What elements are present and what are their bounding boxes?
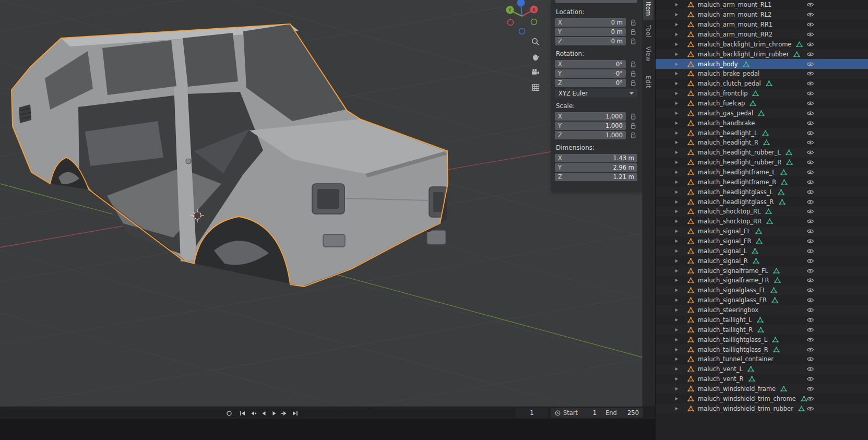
hide-in-viewport-eye-icon[interactable] bbox=[806, 12, 814, 18]
sidebar-tab-edit[interactable]: Edit bbox=[643, 72, 653, 92]
hide-in-viewport-eye-icon[interactable] bbox=[806, 160, 814, 165]
lock-icon[interactable] bbox=[626, 29, 637, 35]
lock-icon[interactable] bbox=[626, 70, 637, 77]
hide-in-viewport-eye-icon[interactable] bbox=[806, 366, 814, 372]
expand-arrow-icon[interactable] bbox=[675, 102, 678, 105]
expand-arrow-icon[interactable] bbox=[675, 397, 678, 400]
outliner-item-maluch_headlight_L[interactable]: maluch_headlight_L bbox=[656, 128, 868, 138]
play-button[interactable] bbox=[269, 409, 278, 418]
location-z-field[interactable]: Z0 m bbox=[555, 37, 626, 45]
outliner-item-maluch_signalframe_FR[interactable]: maluch_signalframe_FR bbox=[656, 276, 868, 286]
outliner-item-maluch_windshield_trim_rubber[interactable]: maluch_windshield_trim_rubber bbox=[656, 403, 868, 413]
hide-in-viewport-eye-icon[interactable] bbox=[806, 22, 814, 28]
outliner-item-maluch_headlightframe_R[interactable]: maluch_headlightframe_R bbox=[656, 177, 868, 187]
expand-arrow-icon[interactable] bbox=[675, 43, 678, 46]
lock-icon[interactable] bbox=[626, 80, 637, 87]
expand-arrow-icon[interactable] bbox=[675, 328, 678, 331]
outliner-item-maluch_body[interactable]: maluch_body bbox=[656, 59, 868, 69]
outliner-item-maluch_shocktop_RL[interactable]: maluch_shocktop_RL bbox=[656, 207, 868, 217]
hide-in-viewport-eye-icon[interactable] bbox=[806, 317, 814, 323]
rotation-mode-dropdown[interactable]: XYZ Euler bbox=[555, 89, 637, 98]
expand-arrow-icon[interactable] bbox=[675, 171, 678, 174]
dimensions-y-field[interactable]: Y2.96 m bbox=[555, 163, 637, 172]
outliner-item-maluch_taillight_R[interactable]: maluch_taillight_R bbox=[656, 325, 868, 335]
hide-in-viewport-eye-icon[interactable] bbox=[806, 110, 814, 116]
outliner-item-maluch_vent_L[interactable]: maluch_vent_L bbox=[656, 364, 868, 374]
3d-viewport[interactable]: Y X Location: X0 mY0 mZ0 m bbox=[0, 0, 655, 407]
rotation-x-field[interactable]: X0° bbox=[555, 60, 626, 68]
sidebar-tab-tool[interactable]: Tool bbox=[643, 21, 653, 42]
outliner-item-maluch_arm_mount_RR2[interactable]: maluch_arm_mount_RR2 bbox=[656, 30, 868, 40]
outliner-item-maluch_steeringbox[interactable]: maluch_steeringbox bbox=[656, 305, 868, 315]
expand-arrow-icon[interactable] bbox=[675, 367, 678, 371]
expand-arrow-icon[interactable] bbox=[675, 240, 678, 243]
sidebar-tab-view[interactable]: View bbox=[643, 42, 653, 66]
outliner-item-maluch_taillightglass_R[interactable]: maluch_taillightglass_R bbox=[656, 344, 868, 354]
rotation-y-field[interactable]: Y-0° bbox=[555, 69, 626, 78]
lock-icon[interactable] bbox=[626, 113, 637, 120]
jump-to-end-button[interactable] bbox=[290, 409, 299, 418]
outliner-item-maluch_taillight_L[interactable]: maluch_taillight_L bbox=[656, 315, 868, 325]
outliner-item-maluch_frontclip[interactable]: maluch_frontclip bbox=[656, 89, 868, 99]
hide-in-viewport-eye-icon[interactable] bbox=[806, 376, 814, 382]
outliner-item-maluch_signalframe_FL[interactable]: maluch_signalframe_FL bbox=[656, 266, 868, 276]
expand-arrow-icon[interactable] bbox=[675, 407, 678, 410]
expand-arrow-icon[interactable] bbox=[675, 53, 678, 56]
hide-in-viewport-eye-icon[interactable] bbox=[806, 61, 814, 67]
hide-in-viewport-eye-icon[interactable] bbox=[806, 41, 814, 47]
hide-in-viewport-eye-icon[interactable] bbox=[806, 130, 814, 136]
timeline-track-area[interactable] bbox=[0, 420, 655, 440]
jump-to-start-button[interactable] bbox=[238, 409, 247, 418]
expand-arrow-icon[interactable] bbox=[675, 3, 678, 6]
dimensions-z-field[interactable]: Z1.21 m bbox=[555, 173, 637, 181]
hide-in-viewport-eye-icon[interactable] bbox=[806, 120, 814, 126]
outliner-item-maluch_arm_mount_RR1[interactable]: maluch_arm_mount_RR1 bbox=[656, 20, 868, 30]
play-reverse-button[interactable] bbox=[259, 409, 268, 418]
dimensions-x-field[interactable]: X1.43 m bbox=[555, 154, 637, 162]
hide-in-viewport-eye-icon[interactable] bbox=[806, 189, 814, 195]
hide-in-viewport-eye-icon[interactable] bbox=[806, 248, 814, 254]
lock-icon[interactable] bbox=[626, 19, 637, 26]
expand-arrow-icon[interactable] bbox=[675, 112, 678, 115]
outliner-item-maluch_vent_R[interactable]: maluch_vent_R bbox=[656, 374, 868, 384]
outliner-item-maluch_headlightframe_L[interactable]: maluch_headlightframe_L bbox=[656, 168, 868, 177]
hide-in-viewport-eye-icon[interactable] bbox=[806, 347, 814, 352]
scale-x-field[interactable]: X1.000 bbox=[555, 112, 626, 121]
expand-arrow-icon[interactable] bbox=[675, 92, 678, 95]
expand-arrow-icon[interactable] bbox=[675, 210, 678, 213]
outliner-item-maluch_headlight_rubber_R[interactable]: maluch_headlight_rubber_R bbox=[656, 158, 868, 168]
outliner-item-maluch_arm_mount_RL1[interactable]: maluch_arm_mount_RL1 bbox=[656, 0, 868, 10]
hide-in-viewport-eye-icon[interactable] bbox=[806, 140, 814, 146]
hide-in-viewport-eye-icon[interactable] bbox=[806, 356, 814, 362]
expand-arrow-icon[interactable] bbox=[675, 289, 678, 292]
outliner-item-maluch_clutch_pedal[interactable]: maluch_clutch_pedal bbox=[656, 79, 868, 89]
hide-in-viewport-eye-icon[interactable] bbox=[806, 91, 814, 97]
expand-arrow-icon[interactable] bbox=[675, 220, 678, 223]
move-view-hand-icon[interactable] bbox=[530, 53, 541, 61]
outliner-item-maluch_backlight_trim_chrome[interactable]: maluch_backlight_trim_chrome bbox=[656, 39, 868, 49]
location-x-field[interactable]: X0 m bbox=[555, 18, 626, 27]
hide-in-viewport-eye-icon[interactable] bbox=[806, 386, 814, 391]
hide-in-viewport-eye-icon[interactable] bbox=[806, 81, 814, 87]
scale-y-field[interactable]: Y1.000 bbox=[555, 122, 626, 130]
current-frame-field[interactable]: 1 bbox=[516, 408, 548, 418]
hide-in-viewport-eye-icon[interactable] bbox=[806, 150, 814, 156]
outliner-item-maluch_signalglass_FL[interactable]: maluch_signalglass_FL bbox=[656, 286, 868, 295]
expand-arrow-icon[interactable] bbox=[675, 72, 678, 75]
hide-in-viewport-eye-icon[interactable] bbox=[806, 258, 814, 264]
outliner-item-maluch_shocktop_RR[interactable]: maluch_shocktop_RR bbox=[656, 217, 868, 227]
hide-in-viewport-eye-icon[interactable] bbox=[806, 239, 814, 244]
outliner-item-maluch_windshield_trim_chrome[interactable]: maluch_windshield_trim_chrome bbox=[656, 394, 868, 403]
outliner-item-maluch_signalglass_FR[interactable]: maluch_signalglass_FR bbox=[656, 295, 868, 305]
hide-in-viewport-eye-icon[interactable] bbox=[806, 229, 814, 234]
outliner-item-maluch_gas_pedal[interactable]: maluch_gas_pedal bbox=[656, 108, 868, 118]
expand-arrow-icon[interactable] bbox=[675, 358, 678, 361]
expand-arrow-icon[interactable] bbox=[675, 259, 678, 263]
expand-arrow-icon[interactable] bbox=[675, 23, 678, 26]
expand-arrow-icon[interactable] bbox=[675, 82, 678, 85]
expand-arrow-icon[interactable] bbox=[675, 161, 678, 164]
hide-in-viewport-eye-icon[interactable] bbox=[806, 179, 814, 185]
auto-keying-toggle[interactable] bbox=[224, 409, 233, 418]
hide-in-viewport-eye-icon[interactable] bbox=[806, 170, 814, 175]
outliner-item-maluch_taillightglass_L[interactable]: maluch_taillightglass_L bbox=[656, 335, 868, 344]
